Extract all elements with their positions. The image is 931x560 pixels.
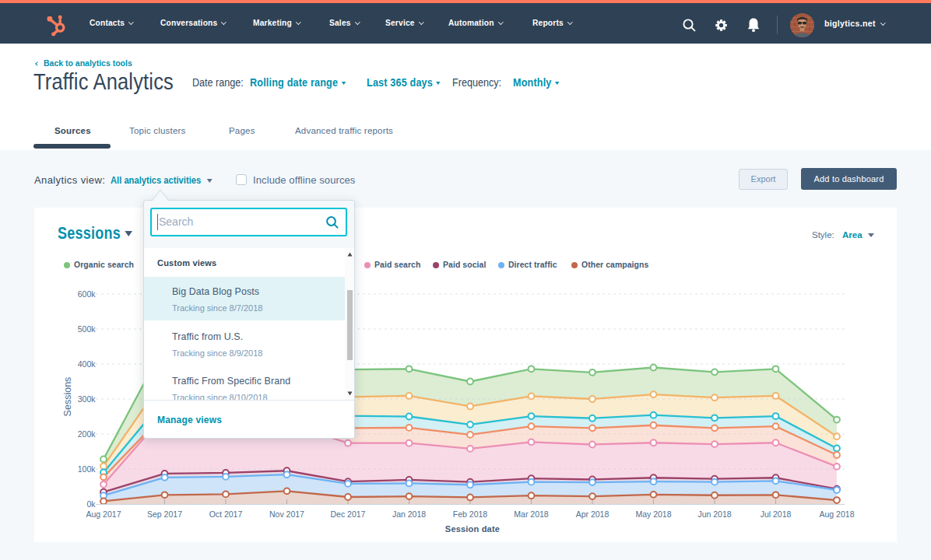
svg-text:Jul 2018: Jul 2018 xyxy=(761,509,792,519)
svg-text:600k: 600k xyxy=(78,289,97,299)
svg-text:Sessions: Sessions xyxy=(62,377,73,417)
svg-text:400k: 400k xyxy=(78,359,97,369)
svg-text:Apr 2018: Apr 2018 xyxy=(576,509,610,519)
svg-text:Nov 2017: Nov 2017 xyxy=(269,509,304,519)
svg-text:300k: 300k xyxy=(78,394,97,404)
svg-text:200k: 200k xyxy=(78,429,97,439)
svg-text:Oct 2017: Oct 2017 xyxy=(209,509,243,519)
svg-text:0k: 0k xyxy=(86,499,96,509)
svg-text:May 2018: May 2018 xyxy=(635,509,671,519)
svg-text:Jan 2018: Jan 2018 xyxy=(392,509,426,519)
svg-text:Jun 2018: Jun 2018 xyxy=(697,509,731,519)
svg-text:Aug 2017: Aug 2017 xyxy=(86,509,121,519)
svg-text:Session date: Session date xyxy=(445,524,500,534)
svg-text:Aug 2018: Aug 2018 xyxy=(820,509,855,519)
svg-text:Dec 2017: Dec 2017 xyxy=(331,509,366,519)
svg-text:Feb 2018: Feb 2018 xyxy=(453,509,488,519)
svg-text:Sep 2017: Sep 2017 xyxy=(147,509,182,519)
svg-text:500k: 500k xyxy=(78,324,97,334)
svg-text:100k: 100k xyxy=(78,464,97,474)
svg-text:Mar 2018: Mar 2018 xyxy=(514,509,549,519)
